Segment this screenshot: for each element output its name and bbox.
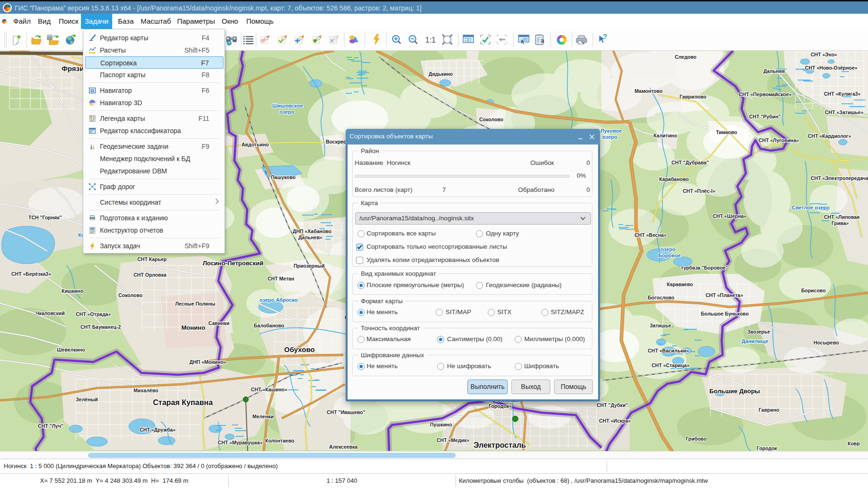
svg-text:СНТ «Планета»: СНТ «Планета» bbox=[706, 292, 743, 298]
svg-text:Меленки: Меленки bbox=[252, 414, 274, 419]
svg-text:ДНП «Монино»: ДНП «Монино» bbox=[189, 359, 226, 365]
svg-text:СНТ «Весна»: СНТ «Весна» bbox=[635, 232, 667, 238]
svg-text:Шевелкино: Шевелкино bbox=[57, 347, 85, 352]
svg-text:Затишье: Затишье bbox=[650, 323, 671, 328]
svg-text:Соколово: Соколово bbox=[118, 292, 143, 298]
svg-text:Пушкино: Пушкино bbox=[430, 422, 452, 427]
svg-text:Мамонтово: Мамонтово bbox=[635, 88, 662, 94]
svg-text:СНТ "Дубки": СНТ "Дубки" bbox=[597, 402, 628, 408]
svg-text:Данилище: Данилище bbox=[742, 338, 769, 344]
svg-text:ТСН "Горняк": ТСН "Горняк" bbox=[28, 215, 62, 220]
svg-text:СНТ Бауманец-2: СНТ Бауманец-2 bbox=[81, 324, 121, 330]
svg-text:Заозерье: Заозерье bbox=[747, 329, 770, 334]
svg-text:Городок: Городок bbox=[757, 445, 778, 451]
svg-text:СНТ «Медик»: СНТ «Медик» bbox=[437, 437, 469, 443]
svg-text:СНТ «Шерна»: СНТ «Шерна» bbox=[713, 213, 746, 219]
svg-text:Балобаново: Балобаново bbox=[254, 323, 284, 328]
svg-text:Гаврилово: Гаврилово bbox=[680, 94, 707, 99]
svg-text:Следово: Следово bbox=[675, 54, 697, 60]
svg-text:Чкаловский: Чкаловский bbox=[36, 310, 65, 316]
svg-text:СНТ «Липовая: СНТ «Липовая bbox=[824, 214, 859, 220]
svg-text:a: a bbox=[541, 37, 545, 44]
svg-text:озеро: озеро bbox=[602, 134, 617, 140]
svg-text:Соколово: Соколово bbox=[479, 117, 503, 122]
svg-text:ДНП «Хабаново: ДНП «Хабаново bbox=[293, 228, 331, 234]
svg-text:Лесные Поляны: Лесные Поляны bbox=[175, 301, 215, 307]
svg-text:СНТ «Кулига3»: СНТ «Кулига3» bbox=[824, 91, 861, 97]
svg-text:Луковое: Луковое bbox=[600, 128, 622, 134]
svg-text:Дядькино: Дядькино bbox=[429, 71, 453, 77]
svg-text:озеро: озеро bbox=[279, 109, 295, 115]
svg-text:СНТ «Ново-Озёрное»: СНТ «Ново-Озёрное» bbox=[805, 65, 858, 71]
svg-text:СНТ «Васильки»: СНТ «Васильки» bbox=[648, 348, 689, 353]
svg-text:СНТ Карьер: СНТ Карьер bbox=[137, 256, 167, 262]
svg-text:1:1: 1:1 bbox=[425, 36, 436, 44]
svg-text:Кишкино: Кишкино bbox=[62, 288, 83, 294]
svg-text:Зелёный: Зелёный bbox=[76, 397, 98, 402]
svg-text:Михалёво: Михалёво bbox=[134, 388, 158, 393]
svg-text:СНТ "Луч": СНТ "Луч" bbox=[38, 423, 63, 429]
svg-text:Грива»: Грива» bbox=[832, 220, 849, 226]
svg-text:Алексеевка: Алексеевка bbox=[329, 444, 358, 450]
svg-text:Пашуково: Пашуково bbox=[271, 174, 295, 180]
svg-text:Колонтаево: Колонтаево bbox=[265, 438, 294, 443]
svg-text:Большие Дворы: Большие Дворы bbox=[709, 388, 760, 395]
svg-text:Городок»: Городок» bbox=[489, 403, 512, 409]
svg-text:СНТ «Дружба»: СНТ «Дружба» bbox=[140, 427, 176, 433]
svg-text:Авдотьино: Авдотьино bbox=[242, 142, 269, 147]
svg-text:Богослово: Богослово bbox=[648, 295, 674, 300]
svg-text:СНТ «Плёс-I»: СНТ «Плёс-I» bbox=[683, 188, 716, 194]
svg-text:СНТ "Дубрава": СНТ "Дубрава" bbox=[671, 160, 709, 165]
svg-text:СНТ Орловка: СНТ Орловка bbox=[134, 272, 166, 278]
svg-text:Большое Буньково: Большое Буньково bbox=[701, 311, 749, 316]
svg-text:СНТ «Эхо»: СНТ «Эхо» bbox=[811, 52, 837, 57]
svg-text:Приозерный: Приозерный bbox=[294, 263, 325, 269]
svg-text:Боровое: Боровое bbox=[658, 253, 681, 258]
svg-text:СНТ «Искра»: СНТ «Искра» bbox=[599, 418, 631, 424]
svg-text:Светлое озеро: Светлое озеро bbox=[792, 205, 830, 210]
svg-text:Борисово: Борисово bbox=[801, 288, 826, 293]
svg-text:СНТ "Ивашево": СНТ "Ивашево" bbox=[327, 409, 365, 415]
svg-text:Савинки: Савинки bbox=[208, 320, 230, 326]
svg-text:Тимково: Тимково bbox=[716, 129, 737, 135]
svg-text:Калитино: Калитино bbox=[653, 133, 677, 138]
svg-text:СНТ «Муравушка»: СНТ «Муравушка» bbox=[218, 440, 263, 445]
svg-text:СНТ "Рубин": СНТ "Рубин" bbox=[749, 114, 781, 119]
svg-text:Дальнев»: Дальнев» bbox=[298, 235, 322, 240]
svg-text:Караваево: Караваево bbox=[667, 281, 693, 287]
svg-text:СНТ «Старица»: СНТ «Старица» bbox=[652, 362, 689, 368]
svg-text:СНТ «Кашино»: СНТ «Кашино» bbox=[251, 387, 287, 392]
svg-text:Носырево: Носырево bbox=[814, 340, 839, 345]
svg-text:турбаза "Боровое": турбаза "Боровое" bbox=[681, 265, 728, 271]
svg-text:СНТ «Кардиолог»: СНТ «Кардиолог» bbox=[808, 133, 851, 139]
svg-text:СНТ «Луговина»: СНТ «Луговина» bbox=[759, 137, 799, 143]
svg-text:СНТ Метан: СНТ Метан bbox=[268, 276, 294, 281]
svg-text:Грибово: Грибово bbox=[686, 436, 707, 442]
svg-text:Электросталь: Электросталь bbox=[474, 441, 526, 449]
svg-text:Шишовское: Шишовское bbox=[272, 103, 303, 108]
svg-text:Старая Купавна: Старая Купавна bbox=[153, 398, 213, 407]
svg-text:СНТ «Электропередача»: СНТ «Электропередача» bbox=[811, 175, 868, 181]
svg-text:СНТ «Первомайское»: СНТ «Первомайское» bbox=[739, 91, 792, 97]
svg-text:Монино: Монино bbox=[181, 324, 205, 331]
svg-text:СНТ «Затишье»: СНТ «Затишье» bbox=[825, 109, 863, 115]
svg-text:озеро Аброско: озеро Аброско bbox=[260, 297, 298, 303]
svg-text:озеро: озеро bbox=[661, 246, 676, 252]
svg-text:Дальняя: Дальняя bbox=[763, 68, 785, 74]
svg-text:Лосино-Петровский: Лосино-Петровский bbox=[203, 260, 263, 267]
svg-text:Гаврино: Гаврино bbox=[759, 407, 779, 413]
svg-text:Обухово: Обухово bbox=[284, 345, 315, 353]
svg-text:Карабаново: Карабаново bbox=[659, 176, 689, 182]
svg-text:Воскрес: Воскрес bbox=[326, 139, 346, 145]
svg-text:СНТ «Отрада»: СНТ «Отрада» bbox=[76, 311, 111, 317]
svg-text:Ковр: Ковр bbox=[848, 441, 860, 446]
svg-text:СНТ «Берёзка3»: СНТ «Берёзка3» bbox=[11, 271, 51, 277]
svg-text:?: ? bbox=[603, 32, 607, 40]
